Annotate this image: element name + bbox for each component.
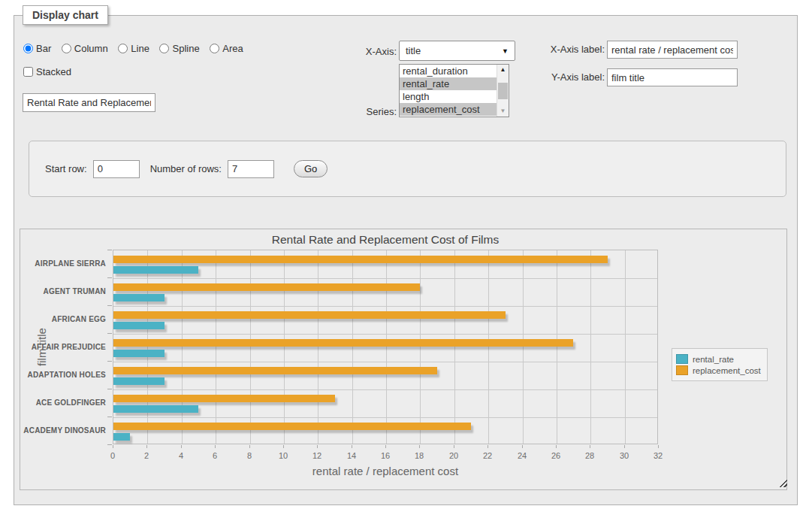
- y-axis-tick: [107, 361, 112, 362]
- series-option-rental_duration[interactable]: rental_duration: [400, 65, 497, 77]
- y-axis-tick: [107, 333, 112, 334]
- radio-line[interactable]: Line: [118, 43, 149, 54]
- listbox-scrollbar[interactable]: ▲ ▼: [497, 65, 509, 117]
- radio-spline-input[interactable]: [159, 44, 169, 53]
- gridline: [625, 250, 626, 444]
- legend-label: replacement_cost: [693, 366, 761, 375]
- category-label: ADAPTATION HOLES: [20, 371, 106, 379]
- display-chart-panel: Display chart Bar Column Line Spline Are…: [14, 15, 798, 505]
- legend-item-rental_rate: rental_rate: [676, 354, 761, 364]
- y-axis-tick: [107, 305, 112, 306]
- gridline: [113, 417, 657, 418]
- x-axis-tick: [113, 445, 113, 448]
- x-axis-tick: [419, 445, 420, 448]
- bar-replacement_cost: [113, 283, 420, 291]
- x-axis-tick: [522, 445, 523, 448]
- legend-swatch-icon: [676, 365, 688, 375]
- radio-column-input[interactable]: [62, 44, 71, 53]
- number-of-rows-input[interactable]: [228, 160, 274, 178]
- gridline: [113, 278, 657, 279]
- x-axis-title: rental rate / replacement cost: [113, 465, 658, 477]
- bar-rental_rate: [113, 266, 198, 274]
- bar-replacement_cost: [113, 395, 335, 402]
- x-tick-label: 2: [131, 451, 161, 460]
- category-label: AIRPLANE SIERRA: [20, 259, 106, 268]
- x-axis-select-label: X-Axis:: [337, 46, 397, 57]
- bar-replacement_cost: [113, 311, 506, 319]
- scrollbar-thumb[interactable]: [498, 83, 508, 99]
- resize-handle-icon[interactable]: [779, 479, 787, 487]
- scrollbar-track[interactable]: [497, 75, 509, 106]
- x-axis-tick: [352, 445, 352, 448]
- series-option-replacement_cost[interactable]: replacement_cost: [400, 103, 497, 116]
- bar-rental_rate: [113, 405, 198, 413]
- gridline: [488, 250, 489, 444]
- chart-legend: rental_ratereplacement_cost: [672, 348, 768, 381]
- y-axis-tick: [107, 277, 112, 278]
- x-tick-label: 0: [98, 451, 128, 460]
- radio-area[interactable]: Area: [210, 43, 243, 54]
- x-axis-select[interactable]: title ▼: [399, 41, 515, 61]
- category-label: AGENT TRUMAN: [20, 287, 106, 295]
- series-listbox[interactable]: rental_durationrental_ratelengthreplacem…: [399, 64, 509, 117]
- category-label: AFRICAN EGG: [20, 315, 106, 323]
- y-axis-tick: [107, 250, 112, 250]
- x-tick-label: 6: [200, 451, 230, 460]
- bar-rental_rate: [113, 350, 165, 357]
- x-axis-tick: [215, 445, 216, 448]
- x-tick-label: 18: [404, 451, 434, 460]
- bar-replacement_cost: [113, 339, 573, 347]
- x-axis-selected-value: title: [406, 45, 421, 56]
- series-options: rental_durationrental_ratelengthreplacem…: [400, 65, 497, 117]
- x-tick-label: 16: [370, 451, 400, 460]
- y-axis-tick: [107, 417, 112, 417]
- gridline: [557, 250, 557, 444]
- category-label: ACADEMY DINOSAUR: [20, 426, 106, 435]
- x-tick-label: 4: [166, 451, 196, 460]
- go-button[interactable]: Go: [294, 160, 328, 177]
- radio-column[interactable]: Column: [62, 43, 108, 54]
- gridline: [113, 334, 657, 335]
- x-axis-tick: [146, 445, 147, 448]
- select-dropdown-arrow-icon: ▼: [502, 47, 509, 55]
- bar-replacement_cost: [113, 423, 471, 430]
- series-option-rental_rate[interactable]: rental_rate: [400, 77, 497, 90]
- scrollbar-down-arrow-icon[interactable]: ▼: [497, 106, 509, 117]
- series-option-length[interactable]: length: [400, 90, 497, 103]
- x-tick-label: 24: [507, 451, 537, 460]
- y-axis-label-input[interactable]: [607, 68, 738, 86]
- scrollbar-up-arrow-icon[interactable]: ▲: [497, 65, 509, 75]
- y-axis-tick: [107, 389, 112, 389]
- gridline: [113, 306, 657, 307]
- series-select-label: Series:: [337, 106, 397, 117]
- gridline: [523, 250, 524, 444]
- bar-replacement_cost: [113, 367, 437, 374]
- radio-bar-input[interactable]: [23, 44, 33, 53]
- gridline: [113, 389, 657, 390]
- gridline: [182, 250, 183, 444]
- x-axis-tick: [488, 445, 488, 448]
- x-tick-label: 12: [302, 451, 332, 460]
- gridline: [147, 250, 148, 444]
- stacked-checkbox[interactable]: [23, 67, 33, 77]
- stacked-checkbox-label[interactable]: Stacked: [23, 66, 71, 77]
- category-label: ACE GOLDFINGER: [20, 398, 106, 407]
- bar-rental_rate: [113, 377, 165, 385]
- radio-area-input[interactable]: [210, 44, 219, 53]
- gridline: [454, 250, 455, 444]
- x-axis-tick: [624, 445, 625, 448]
- chart-container: Rental Rate and Replacement Cost of Film…: [20, 229, 787, 490]
- x-axis-label-input[interactable]: [607, 41, 738, 59]
- x-axis-tick: [283, 445, 284, 448]
- start-row-input[interactable]: [93, 160, 140, 178]
- gridline: [284, 250, 285, 444]
- x-tick-label: 22: [472, 451, 503, 460]
- x-axis-tick: [181, 445, 182, 448]
- gridline: [590, 250, 591, 444]
- radio-line-input[interactable]: [118, 44, 128, 53]
- chart-title-input[interactable]: [23, 93, 155, 112]
- radio-bar[interactable]: Bar: [23, 43, 51, 54]
- radio-spline[interactable]: Spline: [159, 43, 199, 54]
- bar-rental_rate: [113, 322, 165, 329]
- x-axis-tick: [590, 445, 590, 448]
